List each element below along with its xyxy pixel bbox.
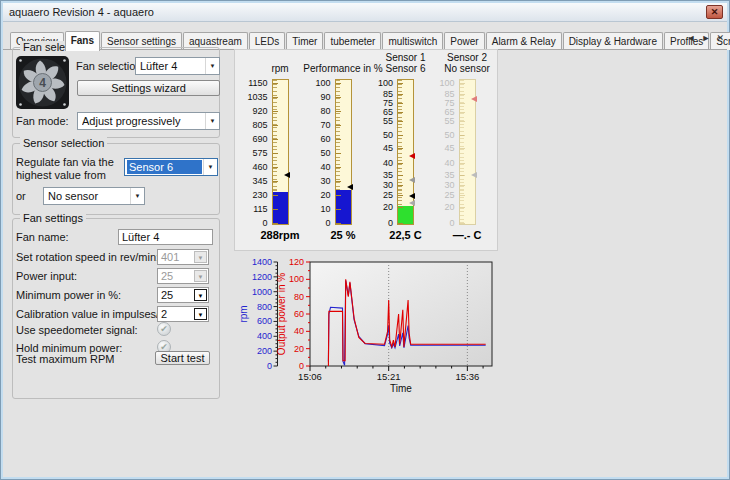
gauge-tick-mark [398, 175, 403, 176]
gauge-tick-mark [336, 139, 341, 140]
gauge-tick-mark [336, 181, 341, 182]
gauge-tick-label: 30 [299, 176, 331, 186]
chevron-down-icon[interactable]: ▼ [205, 113, 219, 129]
gauge-tick-label: 345 [236, 176, 268, 186]
power-axis-tick-label: 20 [294, 344, 304, 354]
spinner-dropdown-icon[interactable]: ▼ [194, 308, 207, 320]
spinner-dropdown-icon[interactable]: ▼ [194, 289, 207, 301]
gauge-tick-label: 805 [236, 120, 268, 130]
fan-mode-combobox[interactable]: Adjust progressively ▼ [77, 112, 220, 130]
sensor-selection-group-title: Sensor selection [20, 137, 107, 149]
tab-scroll-right-icon[interactable]: ► [702, 33, 711, 43]
gauge-value-performance-in: 25 % [307, 229, 379, 241]
setting-label-calibration-value-in-impulses-rev: Calibration value in impulses/rev: [16, 308, 177, 320]
window-title: aquaero Revision 4 - aquaero [9, 6, 154, 18]
time-tick-label: 15:21 [377, 371, 401, 382]
gauge-tick-mark [398, 223, 403, 224]
gauge-marker-icon [284, 172, 290, 178]
gauge-tick-label: 55 [423, 116, 455, 126]
gauge-tick-label: 35 [423, 170, 455, 180]
tab-scroll-buttons: ◄►✕ [687, 33, 724, 43]
spinner-minimum-power-in[interactable]: 25▼ [157, 287, 209, 303]
power-axis-tick-label: 100 [289, 274, 304, 284]
gauge-tick-label: 115 [236, 204, 268, 214]
gauge-header-no-sensor: Sensor 2No sensor [422, 52, 512, 74]
gauge-marker-icon [471, 96, 477, 102]
power-axis-label: Output power in % [276, 273, 287, 355]
setting-label-minimum-power-in: Minimum power in %: [16, 289, 121, 301]
tab-scroll-left-icon[interactable]: ◄ [687, 33, 696, 43]
tab-multiswitch[interactable]: multiswitch [382, 32, 443, 50]
chevron-down-icon[interactable]: ▼ [205, 58, 219, 74]
gauge-tick-label: 1150 [236, 78, 268, 88]
gauge-tick-mark [398, 163, 403, 164]
tab-leds[interactable]: LEDs [249, 32, 285, 50]
rpm-axis-tick-label: 400 [257, 331, 272, 341]
gauge-tick-label: 45 [361, 143, 393, 153]
tab-display-hardware[interactable]: Display & Hardware [563, 32, 663, 50]
spinner-calibration-value-in-impulses-rev[interactable]: 2▼ [157, 306, 209, 322]
gauge-value-no-sensor: —.- C [431, 229, 503, 241]
rpm-axis-tick-label: 600 [257, 316, 272, 326]
gauge-tick-mark [336, 97, 341, 98]
gauge-tick-label: 920 [236, 106, 268, 116]
power-axis-tick-label: 40 [294, 326, 304, 336]
tab-close-icon[interactable]: ✕ [716, 33, 724, 43]
gauge-tick-label: 100 [361, 78, 393, 88]
gauge-tick-mark [336, 83, 341, 84]
chevron-down-icon[interactable]: ▼ [130, 188, 144, 204]
gauge-tick-label: 70 [299, 120, 331, 130]
fan-selection-combobox[interactable]: Lüfter 4 ▼ [135, 57, 220, 75]
tab-tubemeter[interactable]: tubemeter [324, 32, 381, 50]
fan-settings-group-title: Fan settings [20, 212, 86, 224]
fan-number: 4 [39, 76, 46, 90]
gauge-tick-label: 25 [423, 190, 455, 200]
tab-timer[interactable]: Timer [286, 32, 323, 50]
gauge-tick-mark [460, 135, 465, 136]
gauge-tick-mark [273, 111, 278, 112]
start-test-button[interactable]: Start test [155, 351, 210, 365]
gauge-tick-mark [460, 195, 465, 196]
gauge-tick-label: 230 [236, 190, 268, 200]
gauge-tick-mark [398, 148, 403, 149]
gauge-tick-mark [398, 121, 403, 122]
gauge-tick-mark [398, 207, 403, 208]
gauge-tick-label: 35 [361, 170, 393, 180]
check-icon-use-speedometer-signal[interactable]: ✔ [157, 322, 171, 336]
gauge-bar-rpm [272, 79, 289, 225]
primary-sensor-combobox-value: Sensor 6 [127, 160, 202, 174]
gauge-tick-label: 60 [299, 134, 331, 144]
gauge-tick-label: 45 [423, 143, 455, 153]
gauge-tick-mark [398, 185, 403, 186]
tab-power[interactable]: Power [444, 32, 484, 50]
gauge-tick-label: 55 [361, 116, 393, 126]
rpm-axis-tick-label: 1000 [252, 287, 272, 297]
spinner-dropdown-icon: ▼ [194, 270, 207, 282]
primary-sensor-combobox[interactable]: Sensor 6 ▼ [124, 158, 218, 176]
gauge-tick-label: 50 [299, 148, 331, 158]
gauge-marker-icon [409, 200, 415, 206]
rpm-axis-tick-label: 200 [257, 346, 272, 356]
time-axis-label: Time [390, 383, 412, 394]
gauge-tick-mark [273, 223, 278, 224]
tab-alarm-relay[interactable]: Alarm & Relay [486, 32, 562, 50]
gauge-tick-mark [273, 181, 278, 182]
settings-wizard-button[interactable]: Settings wizard [77, 80, 220, 96]
gauge-marker-icon [409, 177, 415, 183]
gauge-tick-label: 40 [423, 158, 455, 168]
tab-fans[interactable]: Fans [65, 31, 100, 51]
time-tick-label: 15:36 [455, 371, 479, 382]
setting-label-test-maximum-rpm: Test maximum RPM [16, 353, 114, 365]
app-window: aquaero Revision 4 - aquaero ✕ OverviewF… [0, 0, 730, 480]
gauge-tick-mark [398, 112, 403, 113]
secondary-sensor-combobox[interactable]: No sensor ▼ [43, 187, 145, 205]
setting-label-fan-name: Fan name: [16, 231, 69, 243]
chevron-down-icon[interactable]: ▼ [203, 159, 217, 175]
gauge-tick-mark [398, 195, 403, 196]
gauge-tick-mark [460, 148, 465, 149]
gauge-tick-mark [460, 185, 465, 186]
gauge-tick-label: 0 [423, 218, 455, 228]
rpm-axis-tick-label: 800 [257, 302, 272, 312]
fan-name-input[interactable]: Lüfter 4 [118, 229, 213, 245]
window-close-button[interactable]: ✕ [706, 5, 723, 19]
